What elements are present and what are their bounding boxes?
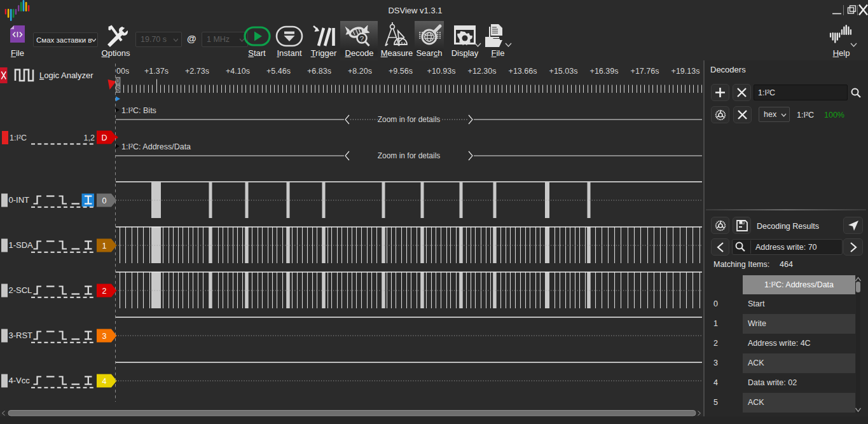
svg-text:0: 0 (116, 78, 120, 85)
svg-text:+8.20s: +8.20s (348, 67, 372, 76)
svg-text:+19.13s: +19.13s (672, 67, 700, 76)
svg-text:3: 3 (102, 332, 107, 341)
svg-text:+1.37s: +1.37s (144, 67, 169, 76)
svg-text:3-RST: 3-RST (9, 331, 33, 340)
svg-text:4: 4 (102, 377, 107, 386)
svg-text:1,2: 1,2 (84, 133, 95, 142)
svg-text:+17.76s: +17.76s (631, 67, 659, 76)
svg-text:1:I²C: Bits: 1:I²C: Bits (121, 106, 156, 115)
svg-text:+13.66s: +13.66s (509, 67, 537, 76)
svg-text:4-Vcc: 4-Vcc (9, 376, 31, 385)
svg-text:+5.46s: +5.46s (266, 67, 291, 76)
svg-text:+4.10s: +4.10s (226, 67, 250, 76)
svg-text:1:I²C: 1:I²C (10, 133, 27, 142)
svg-text:00s: 00s (116, 67, 129, 76)
svg-text:D: D (101, 133, 107, 142)
svg-text:2: 2 (102, 287, 107, 296)
svg-text:Zoom in for details: Zoom in for details (378, 151, 441, 160)
svg-text:1: 1 (102, 242, 107, 250)
svg-text:0: 0 (102, 196, 107, 205)
svg-text:Zoom in for details: Zoom in for details (378, 115, 441, 124)
svg-text:+9.56s: +9.56s (389, 67, 413, 76)
svg-text:+12.30s: +12.30s (468, 67, 497, 76)
svg-text:Logic Analyzer: Logic Analyzer (39, 71, 93, 80)
svg-text:+6.83s: +6.83s (307, 67, 331, 76)
svg-text:+2.73s: +2.73s (185, 67, 209, 76)
svg-text:2-SCL: 2-SCL (9, 285, 32, 295)
svg-text:+16.39s: +16.39s (590, 67, 619, 76)
svg-text:1:I²C: Address/Data: 1:I²C: Address/Data (121, 142, 191, 151)
svg-text:+15.03s: +15.03s (549, 67, 578, 76)
svg-text:0-INT: 0-INT (9, 195, 30, 205)
svg-text:1-SDA: 1-SDA (9, 240, 34, 250)
svg-text:+10.93s: +10.93s (427, 67, 456, 76)
svg-text:S: S (116, 86, 121, 93)
